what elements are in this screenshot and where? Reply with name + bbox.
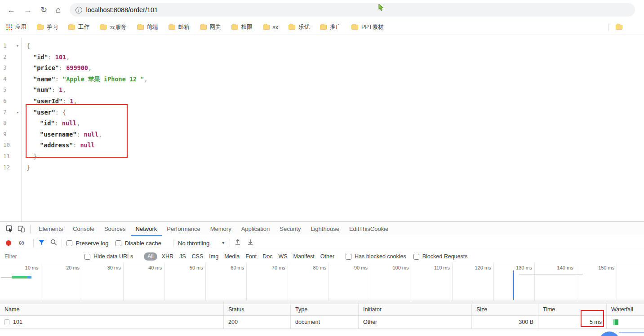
request-cell-initiator[interactable]: Other (359, 316, 472, 329)
column-header-status[interactable]: Status (224, 304, 291, 316)
request-cell-name[interactable]: 101 (0, 316, 224, 329)
line-number-gutter: 12 (0, 162, 21, 173)
devtools-tab-application[interactable]: Application (236, 222, 275, 236)
filter-type-ws[interactable]: WS (278, 253, 287, 260)
forward-icon[interactable]: → (24, 5, 32, 15)
devtools-tab-console[interactable]: Console (68, 222, 99, 236)
json-token-p: , (73, 97, 77, 105)
home-icon[interactable]: ⌂ (56, 5, 61, 15)
bookmark-folder-item[interactable]: 乐优 (289, 23, 310, 31)
folder-icon (169, 25, 175, 30)
url-text[interactable]: localhost:8088/order/101 (86, 6, 158, 13)
inspect-element-icon[interactable] (4, 223, 15, 235)
disable-cache-checkbox[interactable]: Disable cache (115, 240, 161, 247)
timeline-tick: 120 ms (453, 263, 494, 301)
devtools-tab-network[interactable]: Network (131, 222, 162, 236)
json-token-num: 699900 (66, 64, 88, 71)
bookmark-folder-item[interactable]: 邮箱 (169, 23, 190, 31)
request-cell-type[interactable]: document (291, 316, 359, 329)
filter-type-img[interactable]: Img (209, 253, 218, 260)
request-row-101[interactable]: 101200documentOther300 B5 ms (0, 316, 644, 329)
folder-icon (137, 25, 144, 30)
json-token-key: "name" (33, 75, 55, 83)
has-blocked-cookies-checkbox[interactable]: Has blocked cookies (346, 253, 406, 260)
json-line-content: "id": 101, (21, 52, 70, 63)
column-header-size[interactable]: Size (472, 304, 538, 316)
tabbar-divider (30, 225, 31, 233)
throttling-select[interactable]: No throttling ▼ (178, 240, 225, 247)
bookmark-label: 前端 (147, 23, 158, 31)
import-har-icon[interactable] (235, 239, 241, 247)
devtools-tab-elements[interactable]: Elements (34, 222, 68, 236)
filter-type-xhr[interactable]: XHR (162, 253, 173, 260)
request-cell-waterfall[interactable] (607, 316, 644, 329)
filter-type-js[interactable]: JS (179, 253, 186, 260)
timeline-tick: 110 ms (411, 263, 453, 301)
bookmark-folder-item[interactable]: 云服务 (100, 23, 127, 31)
video-scrubber-line (619, 332, 644, 333)
filter-input[interactable]: Filter (4, 253, 84, 260)
column-header-initiator[interactable]: Initiator (359, 304, 472, 316)
bookmark-folder-item[interactable]: sx (263, 24, 279, 31)
has-blocked-cookies-label: Has blocked cookies (355, 253, 406, 260)
device-toolbar-icon[interactable] (15, 223, 27, 235)
bookmark-folder-item[interactable]: 工作 (68, 23, 89, 31)
devtools-tab-security[interactable]: Security (275, 222, 306, 236)
line-number: 5 (3, 84, 7, 96)
column-header-name[interactable]: Name (0, 304, 224, 316)
bookmark-folder-item[interactable]: 权限 (231, 23, 253, 31)
filter-type-other[interactable]: Other (320, 253, 334, 260)
network-overview-timeline[interactable]: 10 ms20 ms30 ms40 ms50 ms60 ms70 ms80 ms… (0, 263, 644, 304)
address-bar[interactable]: i localhost:8088/order/101 (70, 3, 635, 17)
reload-icon[interactable]: ↻ (40, 5, 47, 15)
filter-type-font[interactable]: Font (245, 253, 257, 260)
export-har-icon[interactable] (247, 239, 253, 247)
request-cell-size[interactable]: 300 B (472, 316, 538, 329)
bookmark-folder-item[interactable]: 推广 (320, 23, 341, 31)
line-number-gutter: 7▾ (0, 107, 21, 118)
filter-type-css[interactable]: CSS (192, 253, 204, 260)
filter-type-media[interactable]: Media (224, 253, 240, 260)
bookmark-folder-item[interactable]: 网关 (200, 23, 221, 31)
back-icon[interactable]: ← (7, 5, 15, 15)
record-button[interactable] (6, 240, 11, 246)
collapse-arrow-icon[interactable]: ▾ (17, 107, 19, 118)
hide-data-urls-checkbox[interactable]: Hide data URLs (84, 253, 133, 260)
line-number: 9 (3, 129, 7, 140)
request-cell-status[interactable]: 200 (224, 316, 291, 329)
blocked-requests-checkbox[interactable]: Blocked Requests (413, 253, 468, 260)
devtools-tab-performance[interactable]: Performance (162, 222, 205, 236)
column-header-waterfall[interactable]: Waterfall (607, 304, 644, 316)
bookmark-label: 乐优 (298, 23, 310, 31)
column-header-type[interactable]: Type (291, 304, 359, 316)
devtools-tab-editthiscookie[interactable]: EditThisCookie (344, 222, 393, 236)
preserve-log-checkbox[interactable]: Preserve log (67, 240, 108, 247)
browser-chrome: ← → ↻ ⌂ i localhost:8088/order/101 应用 学习… (0, 0, 644, 38)
filter-type-all[interactable]: All (144, 252, 157, 261)
devtools-tab-lighthouse[interactable]: Lighthouse (306, 222, 344, 236)
filter-type-doc[interactable]: Doc (262, 253, 272, 260)
annotation-red-box-time (581, 310, 604, 327)
collapse-arrow-icon[interactable]: ▾ (17, 40, 19, 52)
devtools-tab-sources[interactable]: Sources (99, 222, 131, 236)
line-number-gutter: 4 (0, 74, 21, 85)
search-icon[interactable] (50, 239, 57, 247)
folder-icon (68, 25, 75, 30)
overview-request-stalled-bar (1, 277, 12, 278)
bookmark-folder-item[interactable]: 学习 (37, 23, 58, 31)
bookmark-folder-item[interactable]: PPT素材 (351, 23, 383, 31)
timeline-tick: 40 ms (124, 263, 165, 301)
devtools-tab-memory[interactable]: Memory (205, 222, 236, 236)
filter-type-manifest[interactable]: Manifest (293, 253, 315, 260)
bookmark-apps[interactable]: 应用 (6, 23, 27, 31)
clear-icon[interactable]: ⊘ (18, 239, 24, 247)
site-info-icon[interactable]: i (76, 7, 82, 13)
filter-funnel-icon[interactable] (38, 239, 45, 247)
overflow-folder-icon[interactable] (616, 25, 622, 30)
bookmark-folder-item[interactable]: 前端 (137, 23, 158, 31)
bookmarks-bar: 应用 学习工作云服务前端邮箱网关权限sx乐优推广PPT素材 (0, 20, 644, 35)
timeline-tick: 130 ms (494, 263, 535, 301)
folder-icon (231, 25, 238, 30)
line-number: 10 (3, 140, 10, 151)
line-number-gutter: 2 (0, 52, 21, 63)
